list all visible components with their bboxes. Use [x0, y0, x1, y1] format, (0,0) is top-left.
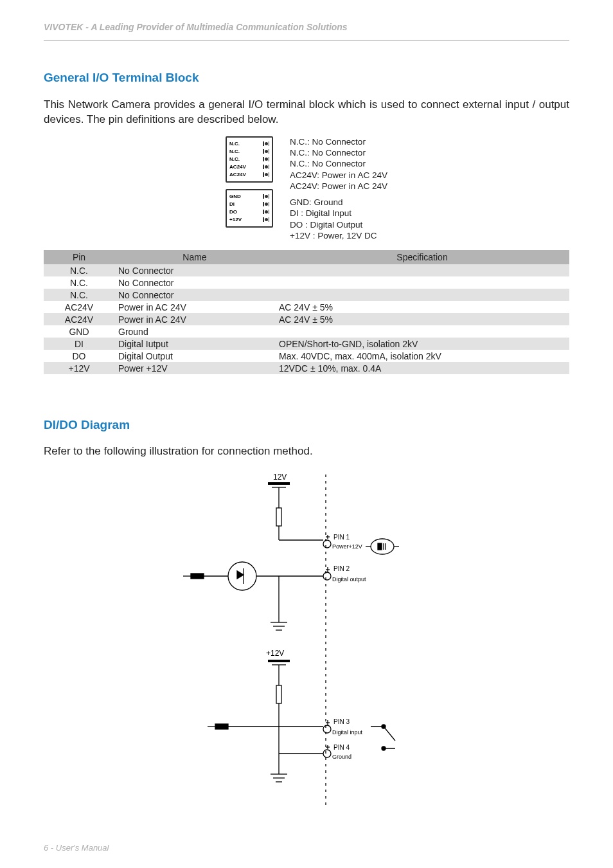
- table-cell-pin: +12V: [44, 362, 114, 374]
- conn-desc-line: N.C.: No Connector: [290, 158, 387, 169]
- table-cell-name: Power +12V: [114, 362, 275, 374]
- section-title-dido: DI/DO Diagram: [44, 418, 569, 432]
- table-cell-spec: Max. 40VDC, max. 400mA, isolation 2kV: [275, 350, 569, 362]
- page-footer: 6 - User's Manual: [44, 843, 109, 853]
- conn-desc-line: +12V : Power, 12V DC: [290, 230, 387, 241]
- table-row: N.C.No Connector: [44, 264, 569, 276]
- table-cell-pin: AC24V: [44, 313, 114, 325]
- dido-intro-text: Refer to the following illustration for …: [44, 445, 569, 458]
- table-row: DIDigital IutputOPEN/Short-to-GND, isola…: [44, 338, 569, 350]
- label-12v-mid: +12V: [266, 649, 284, 658]
- table-cell-name: No Connector: [114, 276, 275, 289]
- conn-hole-icon: [263, 194, 269, 199]
- table-row: N.C.No Connector: [44, 289, 569, 301]
- io-intro-text: This Network Camera provides a general I…: [44, 98, 569, 127]
- table-cell-pin: N.C.: [44, 276, 114, 289]
- page-header: VIVOTEK - A Leading Provider of Multimed…: [44, 18, 569, 41]
- th-spec: Specification: [275, 250, 569, 264]
- table-cell-name: Digital Iutput: [114, 338, 275, 350]
- conn2-row-label: DI: [229, 201, 263, 208]
- table-cell-spec: [275, 325, 569, 338]
- svg-rect-11: [378, 543, 382, 550]
- table-cell-spec: AC 24V ± 5%: [275, 301, 569, 313]
- connector-diagrams: N.C. N.C. N.C. AC24V AC24V GND DI DO +12…: [226, 136, 273, 241]
- table-row: N.C.No Connector: [44, 276, 569, 289]
- label-pin1: PIN 1: [333, 534, 350, 541]
- table-row: DODigital OutputMax. 40VDC, max. 400mA, …: [44, 350, 569, 362]
- label-pin2: PIN 2: [333, 565, 350, 572]
- conn-hole-icon: [263, 217, 269, 222]
- conn1-row-label: N.C.: [229, 156, 263, 163]
- conn-hole-icon: [263, 210, 269, 214]
- svg-point-10: [371, 539, 394, 554]
- label-pin2-sub: Digital output: [332, 576, 366, 583]
- svg-point-7: [323, 540, 331, 548]
- conn-desc-line: N.C.: No Connector: [290, 147, 387, 158]
- table-cell-spec: 12VDC ± 10%, max. 0.4A: [275, 362, 569, 374]
- svg-point-43: [323, 750, 331, 757]
- conn2-row-label: DO: [229, 208, 263, 216]
- conn-desc-line: DO : Digital Output: [290, 219, 387, 230]
- table-cell-spec: [275, 264, 569, 276]
- svg-point-38: [382, 725, 386, 728]
- conn-hole-icon: [263, 165, 269, 169]
- svg-rect-32: [276, 685, 281, 703]
- conn-hole-icon: [263, 172, 269, 177]
- table-cell-pin: N.C.: [44, 289, 114, 301]
- connector-area: N.C. N.C. N.C. AC24V AC24V GND DI DO +12…: [44, 136, 569, 241]
- conn1-row-label: AC24V: [229, 171, 263, 179]
- connector-block-1: N.C. N.C. N.C. AC24V AC24V: [226, 136, 273, 183]
- table-cell-name: No Connector: [114, 264, 275, 276]
- table-cell-spec: AC 24V ± 5%: [275, 313, 569, 325]
- table-cell-pin: DO: [44, 350, 114, 362]
- svg-point-20: [228, 562, 256, 590]
- conn-desc-line: GND: Ground: [290, 197, 387, 208]
- label-pin1-sub: Power+12V: [332, 543, 362, 550]
- label-pin3: PIN 3: [333, 718, 350, 725]
- table-cell-pin: DI: [44, 338, 114, 350]
- table-row: AC24VPower in AC 24VAC 24V ± 5%: [44, 313, 569, 325]
- table-row: AC24VPower in AC 24VAC 24V ± 5%: [44, 301, 569, 313]
- conn2-row-label: GND: [229, 193, 263, 201]
- conn-hole-icon: [263, 157, 269, 161]
- table-row: +12VPower +12V12VDC ± 10%, max. 0.4A: [44, 362, 569, 374]
- table-cell-name: No Connector: [114, 289, 275, 301]
- table-cell-name: Digital Output: [114, 350, 275, 362]
- conn-desc-line: AC24V: Power in AC 24V: [290, 170, 387, 181]
- conn-desc-line: N.C.: No Connector: [290, 136, 387, 147]
- table-cell-name: Power in AC 24V: [114, 301, 275, 313]
- table-cell-spec: OPEN/Short-to-GND, isolation 2kV: [275, 338, 569, 350]
- conn-hole-icon: [263, 149, 269, 154]
- section-title-io: General I/O Terminal Block: [44, 71, 569, 85]
- svg-rect-41: [215, 724, 228, 729]
- table-cell-name: Power in AC 24V: [114, 313, 275, 325]
- table-cell-spec: [275, 289, 569, 301]
- conn-desc-line: DI : Digital Input: [290, 208, 387, 219]
- svg-point-18: [323, 572, 331, 580]
- connector-block-2: GND DI DO +12V: [226, 189, 273, 228]
- conn1-row-label: N.C.: [229, 148, 263, 156]
- label-pin4-sub: Ground: [332, 754, 351, 760]
- conn-hole-icon: [263, 141, 269, 146]
- conn-desc-line: AC24V: Power in AC 24V: [290, 181, 387, 192]
- conn1-row-label: N.C.: [229, 140, 263, 148]
- label-12v-top: 12V: [273, 473, 287, 482]
- table-cell-name: Ground: [114, 325, 275, 338]
- connector-descriptions: N.C.: No Connector N.C.: No Connector N.…: [290, 136, 387, 241]
- svg-rect-4: [276, 508, 281, 526]
- svg-rect-23: [191, 574, 204, 579]
- table-cell-spec: [275, 276, 569, 289]
- table-row: GNDGround: [44, 325, 569, 338]
- table-cell-pin: GND: [44, 325, 114, 338]
- svg-point-39: [382, 746, 386, 750]
- dido-diagram: 12V PIN 1 Power+12V: [44, 471, 569, 811]
- label-pin4: PIN 4: [333, 744, 350, 751]
- th-pin: Pin: [44, 250, 114, 264]
- conn-hole-icon: [263, 202, 269, 206]
- table-cell-pin: N.C.: [44, 264, 114, 276]
- conn2-row-label: +12V: [229, 216, 263, 224]
- label-pin3-sub: Digital input: [332, 729, 363, 736]
- svg-point-37: [323, 725, 331, 733]
- conn1-row-label: AC24V: [229, 163, 263, 171]
- pin-table: Pin Name Specification N.C.No ConnectorN…: [44, 250, 569, 374]
